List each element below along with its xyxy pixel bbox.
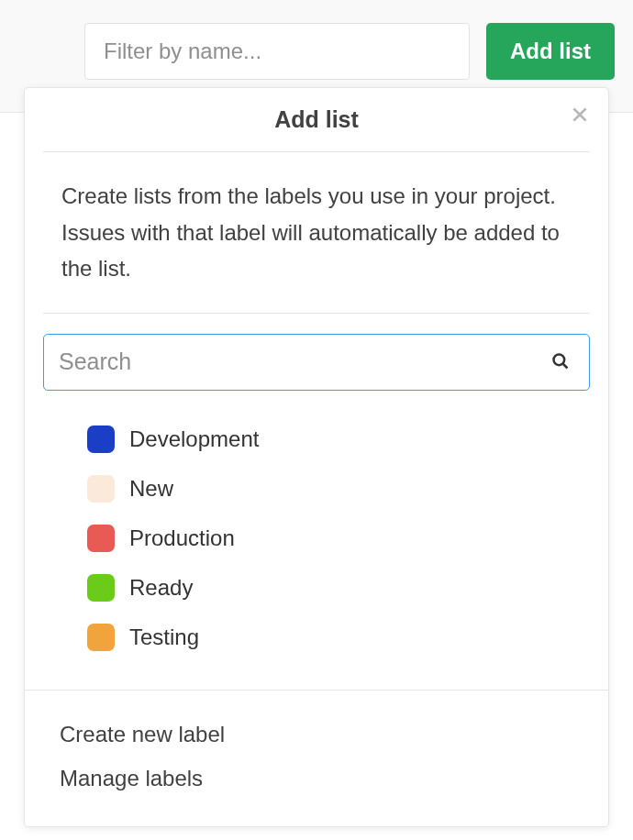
close-icon[interactable] bbox=[570, 105, 590, 125]
dropdown-header: Add list bbox=[43, 88, 590, 152]
search-wrap bbox=[25, 314, 608, 400]
label-search-input[interactable] bbox=[43, 334, 590, 391]
create-new-label-link[interactable]: Create new label bbox=[60, 713, 573, 757]
label-color-swatch bbox=[87, 525, 115, 552]
label-name: Production bbox=[129, 525, 235, 551]
label-color-swatch bbox=[87, 574, 115, 602]
label-item[interactable]: Production bbox=[43, 514, 590, 563]
label-name: Ready bbox=[129, 575, 193, 601]
filter-by-name-input[interactable] bbox=[84, 23, 470, 80]
label-item[interactable]: New bbox=[43, 464, 590, 514]
label-name: Development bbox=[129, 426, 259, 452]
label-list: DevelopmentNewProductionReadyTesting bbox=[25, 400, 608, 690]
manage-labels-link[interactable]: Manage labels bbox=[60, 757, 573, 801]
label-item[interactable]: Ready bbox=[43, 563, 590, 613]
svg-point-0 bbox=[554, 354, 565, 365]
label-name: New bbox=[129, 476, 173, 502]
svg-line-1 bbox=[563, 363, 568, 368]
add-list-dropdown: Add list Create lists from the labels yo… bbox=[24, 87, 609, 827]
dropdown-title: Add list bbox=[274, 106, 359, 132]
search-icon bbox=[551, 352, 570, 370]
label-color-swatch bbox=[87, 426, 115, 453]
label-name: Testing bbox=[129, 624, 199, 650]
label-item[interactable]: Development bbox=[43, 414, 590, 464]
dropdown-description: Create lists from the labels you use in … bbox=[43, 152, 590, 314]
label-color-swatch bbox=[87, 624, 115, 651]
add-list-button[interactable]: Add list bbox=[486, 23, 615, 80]
label-item[interactable]: Testing bbox=[43, 613, 590, 662]
dropdown-footer: Create new label Manage labels bbox=[25, 690, 608, 826]
label-color-swatch bbox=[87, 475, 115, 503]
